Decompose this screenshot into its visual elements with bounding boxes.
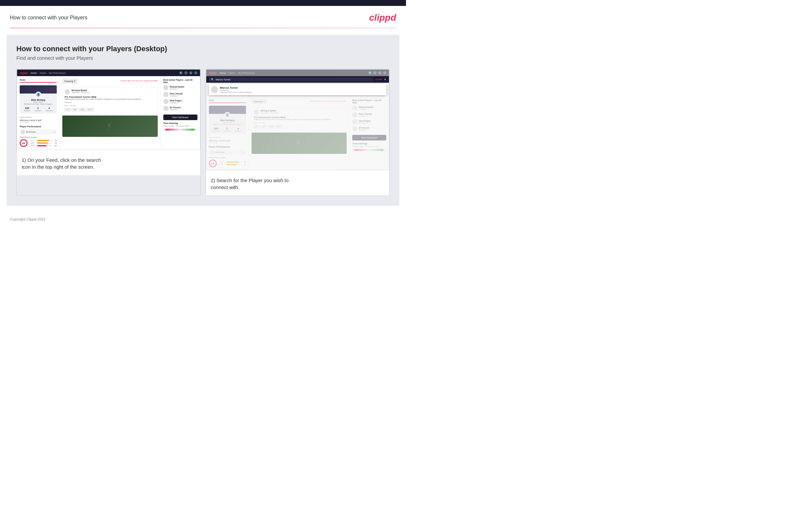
profile-club-1: Mill Ride Golf Club, United Kingdom bbox=[21, 103, 55, 105]
player-list-avatar-richard-2 bbox=[352, 105, 357, 111]
player-list-name-eli-2: Eli Vincent bbox=[359, 127, 386, 129]
search-result-dropdown-2: Marcus Turner Yesterday Cypress Point Cl… bbox=[209, 84, 387, 95]
close-icon-2[interactable]: ✕ bbox=[384, 78, 386, 81]
activity-avatar-2 bbox=[254, 110, 259, 115]
stat-following-label-2: Following bbox=[235, 130, 242, 132]
activity-duration-1: Duration bbox=[64, 101, 155, 103]
people-nav-icon-2: 👤 bbox=[373, 71, 377, 75]
app-nav-items-2: Home Teams My Performance bbox=[220, 72, 365, 74]
clear-btn-2[interactable]: CLEAR bbox=[375, 78, 382, 80]
player-select-1[interactable]: Eli Vincent ▾ bbox=[20, 129, 57, 134]
team-dashboard-btn-1[interactable]: Team Dashboard bbox=[163, 115, 197, 120]
arg-fill-1 bbox=[37, 145, 47, 146]
player-select-avatar-1 bbox=[21, 130, 25, 134]
step2-text: 2) Search for the Player you wish to con… bbox=[211, 177, 385, 190]
player-list-avatar-richard-1 bbox=[163, 85, 169, 90]
heatmap-gradient-1 bbox=[165, 129, 195, 131]
player-perf-title-2: Player Performance bbox=[209, 146, 246, 148]
search-nav-icon-2: 🔍 bbox=[368, 71, 372, 75]
quality-bars-1: OTT 79 APP bbox=[31, 139, 57, 147]
player-list-info-piers-1: Piers Parnell Activities: 4 bbox=[170, 92, 197, 97]
avatar-nav-icon-1[interactable]: 👤 bbox=[194, 71, 197, 75]
tag-app-2: APP bbox=[261, 125, 267, 128]
people-nav-icon-1[interactable]: 👤 bbox=[184, 71, 188, 75]
player-list-hiral-1: Hiral Pujara Activities: 3 bbox=[163, 99, 197, 104]
most-active-title-1: Most Active Players - Last 30 days bbox=[163, 79, 197, 83]
player-list-piers-2: Piers Parnell Activities: 4 bbox=[352, 112, 386, 118]
player-list-info-hiral-1: Hiral Pujara Activities: 3 bbox=[170, 99, 197, 104]
activity-tags-1: OTT APP ARG PUTT bbox=[64, 108, 155, 111]
heatmap-min-1: -5 bbox=[163, 129, 164, 131]
photo-placeholder-2: 🏌️ bbox=[251, 133, 347, 154]
player-list-info-piers-2: Piers Parnell Activities: 4 bbox=[359, 113, 386, 117]
profile-club-2: Mill Ride Golf Club, United Kingdom bbox=[211, 123, 244, 125]
player-select-name-2: Eli Vincent bbox=[216, 151, 242, 153]
quality-bars-2: OTT 79 APP bbox=[220, 161, 246, 166]
player-list-eli-1: Eli Vincent Activities: 1 bbox=[163, 106, 197, 111]
activity-duration-2: 02 hr : 00 min bbox=[254, 122, 345, 124]
stat-followers-label-1: Followers bbox=[35, 110, 41, 112]
settings-nav-icon-2: ⚙ bbox=[378, 71, 381, 75]
heatmap-max-1: +5 bbox=[195, 129, 197, 131]
app-nav-items-1: Home Teams My Performance bbox=[31, 72, 176, 74]
stat-following-label-1: Following bbox=[46, 110, 52, 112]
photo-icon-1: 🏌️ bbox=[106, 122, 114, 130]
player-list-acts-hiral-2: Activities: 3 bbox=[359, 122, 386, 124]
search-nav-icon-1[interactable]: 🔍 bbox=[179, 71, 183, 75]
following-dropdown-1[interactable]: Following ▾ bbox=[62, 79, 78, 83]
main-title: How to connect with your Players (Deskto… bbox=[16, 45, 390, 53]
activity-user-2: Richard Butler bbox=[261, 110, 345, 112]
player-list-name-hiral-2: Hiral Pujara bbox=[359, 120, 386, 122]
app-nav-icons-1: 🔍 👤 ⚙ 👤 bbox=[179, 71, 197, 75]
activity-title-1: Pre Tournament Course Walk bbox=[64, 96, 155, 98]
player-list-avatar-eli-2 bbox=[352, 126, 357, 131]
player-list-avatar-piers-2 bbox=[352, 112, 357, 118]
player-list-name-piers-2: Piers Parnell bbox=[359, 113, 386, 115]
following-label-2: Following bbox=[253, 100, 262, 103]
settings-nav-icon-1[interactable]: ⚙ bbox=[189, 71, 192, 75]
tag-putt-1: PUTT bbox=[87, 108, 94, 111]
search-bar-2: 🔍 Marcus Turner CLEAR ✕ bbox=[206, 76, 389, 83]
activity-meta-2: Yesterday • The Grove bbox=[261, 112, 345, 114]
feed-tab-1[interactable]: Feed bbox=[20, 79, 57, 83]
quality-label-1: Total Player Quality bbox=[20, 136, 57, 138]
control-link-1[interactable]: Control who can see your activity and da… bbox=[121, 80, 157, 82]
stat-activities-label-2: Activities bbox=[213, 130, 220, 132]
following-arrow-2: ▾ bbox=[264, 100, 265, 103]
photo-icon-2: 🏌️ bbox=[295, 139, 303, 147]
stat-following-num-2: 4 bbox=[235, 127, 242, 130]
nav-teams-1[interactable]: Teams bbox=[39, 72, 46, 74]
arg-val-1: 61 bbox=[53, 145, 57, 147]
activity-title-2: Pre Tournament Course Walk bbox=[254, 116, 345, 119]
nav-home-1[interactable]: Home bbox=[31, 72, 37, 74]
feed-tab-2: Feed bbox=[209, 99, 246, 103]
search-result-avatar-2 bbox=[211, 86, 218, 93]
page-title: How to connect with your Players bbox=[10, 15, 88, 21]
latest-activity-text-1: Afternoon round of golf bbox=[20, 119, 57, 121]
app-screenshot-1: clippd Home Teams My Performance 🔍 👤 ⚙ 👤 bbox=[17, 69, 200, 150]
player-list-acts-piers-1: Activities: 4 bbox=[170, 95, 197, 97]
search-result-meta2-2: Cypress Point Club, United Kingdom bbox=[220, 91, 385, 93]
stat-activities-2: 129 Activities bbox=[213, 127, 220, 132]
nav-my-performance-1[interactable]: My Performance bbox=[49, 72, 65, 74]
app-val-2: 70 bbox=[243, 164, 246, 166]
activity-meta-1: Yesterday • The Grove bbox=[71, 92, 155, 93]
ott-label-2: OTT bbox=[220, 161, 225, 163]
player-list-richard-2: Richard Butler Activities: 7 bbox=[352, 105, 386, 111]
quality-bar-app-1: APP 70 bbox=[31, 142, 57, 144]
quality-bar-ott-2: OTT 79 bbox=[220, 161, 246, 163]
stat-following-2: 4 Following bbox=[235, 127, 242, 132]
app-screenshot-2: clippd Home Teams My Performance 🔍 👤 ⚙ 👤 bbox=[206, 69, 390, 170]
tag-app-1: APP bbox=[72, 108, 78, 111]
tag-ott-2: OTT bbox=[254, 125, 260, 128]
photo-placeholder-1: 🏌️ bbox=[62, 116, 158, 137]
search-input-area-2[interactable]: 🔍 Marcus Turner bbox=[209, 78, 374, 82]
search-result-marcus-2[interactable]: Marcus Turner Yesterday Cypress Point Cl… bbox=[211, 86, 385, 93]
activity-tags-2: OTT APP ARG PUTT bbox=[254, 125, 345, 128]
quality-circle-2: 84 bbox=[209, 160, 217, 167]
app-nav-icons-2: 🔍 👤 ⚙ 👤 bbox=[368, 71, 386, 75]
player-list-acts-hiral-1: Activities: 3 bbox=[170, 102, 197, 104]
following-arrow-1: ▾ bbox=[74, 80, 76, 82]
profile-area-2: 👤 Blair McHarg Golf Coach Mill Ride Golf… bbox=[209, 106, 246, 134]
right-panel-2: Most Active Players - Last 30 days Richa… bbox=[349, 96, 389, 170]
